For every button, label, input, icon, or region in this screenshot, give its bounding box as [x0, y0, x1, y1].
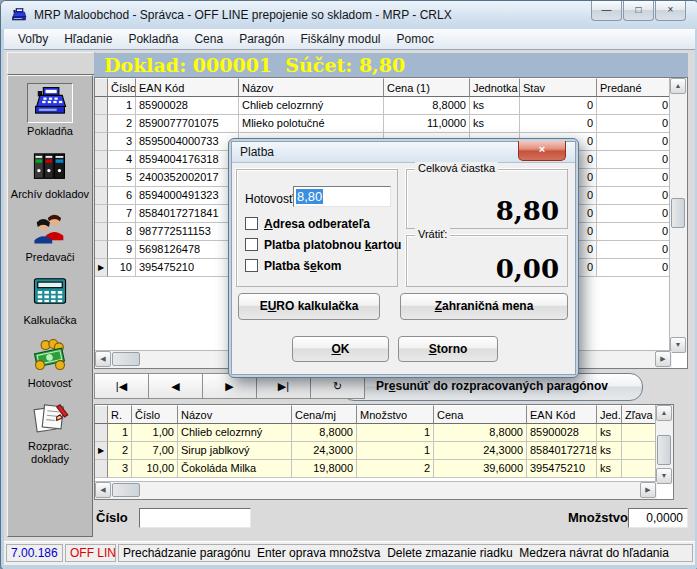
scrollbar-thumb[interactable] — [112, 352, 140, 366]
table-row[interactable]: ▶27,00Sirup jablkový24,3000124,300085840… — [95, 442, 673, 460]
menu-item-parag-n[interactable]: Paragón — [231, 30, 292, 48]
cell-cena[interactable]: 8,8000 — [384, 97, 470, 115]
cell-cislo[interactable]: 10,00 — [132, 460, 178, 478]
cell-jed[interactable]: ks — [597, 460, 622, 478]
cell-jednotka[interactable]: ks — [470, 115, 520, 133]
sidebar-item-poklad-a[interactable]: Pokladňa — [8, 83, 92, 138]
table-row[interactable]: 310,00Čokoláda Milka19,8000239,600039547… — [95, 460, 673, 478]
cell-zlava[interactable] — [622, 442, 657, 460]
scroll-up-icon[interactable]: ▲ — [656, 405, 672, 421]
cell-ean[interactable]: 8595004000733 — [136, 133, 239, 151]
vertical-scrollbar[interactable]: ▲▼ — [655, 405, 673, 484]
menu-item-fi-k-lny-modul[interactable]: Fiškálny modul — [293, 30, 389, 48]
cell-cena[interactable]: 24,3000 — [434, 442, 527, 460]
checkbox-icon[interactable] — [245, 217, 258, 230]
cell-predane[interactable]: 0 — [597, 133, 672, 151]
cell-ean[interactable]: 395475210 — [136, 259, 239, 277]
cell-cislo[interactable]: 5 — [108, 169, 136, 187]
cell-predane[interactable]: 0 — [597, 259, 672, 277]
checkbox-label[interactable]: Adresa odberateľa — [264, 217, 370, 231]
cell-r[interactable]: 3 — [108, 460, 132, 478]
euro-calculator-button[interactable]: EURO kalkulačka — [238, 293, 380, 320]
cell-r[interactable]: 1 — [108, 424, 132, 442]
cell-nazov[interactable]: Mlieko polotučné — [239, 115, 384, 133]
scroll-left-icon[interactable]: ◀ — [95, 351, 111, 367]
cell-mnozstvo[interactable]: 2 — [357, 460, 434, 478]
cell-predane[interactable]: 0 — [597, 205, 672, 223]
cell-jed[interactable]: ks — [597, 442, 622, 460]
cell-cislo[interactable]: 3 — [108, 133, 136, 151]
cell-cislo[interactable]: 4 — [108, 151, 136, 169]
scrollbar-thumb[interactable] — [671, 198, 685, 228]
checkbox-label[interactable]: Platba platobnou kartou — [264, 238, 401, 252]
cell-cislo[interactable]: 9 — [108, 241, 136, 259]
cell-ean[interactable]: 8584017271841 — [136, 205, 239, 223]
cell-ean[interactable]: 85900028 — [527, 424, 597, 442]
sidebar-item-hotovos-[interactable]: Hotovosť — [8, 336, 92, 390]
cell-nazov[interactable]: Chlieb celozrnný — [239, 97, 384, 115]
title-bar[interactable]: MRP Maloobchod - Správca - OFF LINE prep… — [1, 1, 697, 29]
cell-cena[interactable]: 8,8000 — [434, 424, 527, 442]
cell-ean[interactable]: 8590077701075 — [136, 115, 239, 133]
cell-ean[interactable]: 8594004176318 — [136, 151, 239, 169]
menu-item-poklad-a[interactable]: Pokladňa — [120, 30, 186, 48]
cell-mnozstvo[interactable]: 1 — [357, 424, 434, 442]
close-button[interactable]: × — [655, 1, 686, 21]
cell-cislo[interactable]: 1,00 — [132, 424, 178, 442]
table-row[interactable]: 185900028Chlieb celozrnný8,8000ks00 — [95, 97, 687, 115]
horizontal-scrollbar[interactable]: ◀▶ — [95, 481, 657, 499]
minimize-button[interactable]: — — [591, 1, 622, 21]
scroll-left-icon[interactable]: ◀ — [95, 482, 111, 498]
ok-button[interactable]: OK — [292, 336, 389, 362]
cell-ean[interactable]: 987772511153 — [136, 223, 239, 241]
cell-jednotka[interactable]: ks — [470, 97, 520, 115]
cell-zlava[interactable] — [622, 460, 657, 478]
cell-jed[interactable]: ks — [597, 424, 622, 442]
cell-predane[interactable]: 0 — [597, 115, 672, 133]
dialog-close-icon[interactable]: × — [518, 141, 566, 161]
sidebar-item-kalkula-ka[interactable]: Kalkulačka — [8, 273, 92, 327]
cell-cislo[interactable]: 10 — [108, 259, 136, 277]
cell-cislo[interactable]: 7 — [108, 205, 136, 223]
sidebar-item-rozprac-doklady[interactable]: Rozprac. doklady — [8, 399, 92, 466]
hotovost-input[interactable]: 8,80 — [293, 186, 391, 207]
cell-stav[interactable]: 0 — [520, 115, 597, 133]
scroll-down-icon[interactable]: ▼ — [656, 468, 672, 484]
nav-first-button[interactable]: |◀ — [94, 373, 149, 399]
foreign-currency-button[interactable]: Zahraničná mena — [400, 293, 568, 320]
menu-item-vo-by[interactable]: Voľby — [10, 30, 56, 48]
cell-predane[interactable]: 0 — [597, 151, 672, 169]
cell-zlava[interactable] — [622, 424, 657, 442]
maximize-button[interactable]: □ — [623, 1, 654, 21]
menu-item-cena[interactable]: Cena — [186, 30, 231, 48]
cell-predane[interactable]: 0 — [597, 97, 672, 115]
cell-ean[interactable]: 395475210 — [527, 460, 597, 478]
cell-cena_mj[interactable]: 19,8000 — [292, 460, 357, 478]
cell-ean[interactable]: 8584017271841 — [527, 442, 597, 460]
cell-predane[interactable]: 0 — [597, 223, 672, 241]
scroll-right-icon[interactable]: ▶ — [640, 482, 656, 498]
scroll-up-icon[interactable]: ▲ — [670, 78, 686, 94]
cell-r[interactable]: 2 — [108, 442, 132, 460]
cell-ean[interactable]: 5698126478 — [136, 241, 239, 259]
cell-cislo[interactable]: 7,00 — [132, 442, 178, 460]
cell-cislo[interactable]: 1 — [108, 97, 136, 115]
cell-cislo[interactable]: 6 — [108, 187, 136, 205]
nav-prior-button[interactable]: ◀ — [148, 373, 203, 399]
mnozstvo-input[interactable] — [628, 508, 688, 528]
cell-nazov[interactable]: Chlieb celozrnný — [178, 424, 292, 442]
storno-button[interactable]: Storno — [398, 336, 498, 362]
menu-item-pomoc[interactable]: Pomoc — [389, 30, 442, 48]
cell-mnozstvo[interactable]: 1 — [357, 442, 434, 460]
sidebar-item-predava-i[interactable]: Predavači — [8, 210, 92, 264]
cell-nazov[interactable]: Sirup jablkový — [178, 442, 292, 460]
cell-predane[interactable]: 0 — [597, 169, 672, 187]
cell-predane[interactable]: 0 — [597, 241, 672, 259]
cell-cislo[interactable]: 8 — [108, 223, 136, 241]
checkbox-icon[interactable] — [245, 259, 258, 272]
checkbox-icon[interactable] — [245, 238, 258, 251]
scroll-right-icon[interactable]: ▶ — [655, 351, 671, 367]
cell-cena_mj[interactable]: 24,3000 — [292, 442, 357, 460]
vertical-scrollbar[interactable]: ▲▼ — [669, 78, 687, 353]
cell-ean[interactable]: 8594000491323 — [136, 187, 239, 205]
